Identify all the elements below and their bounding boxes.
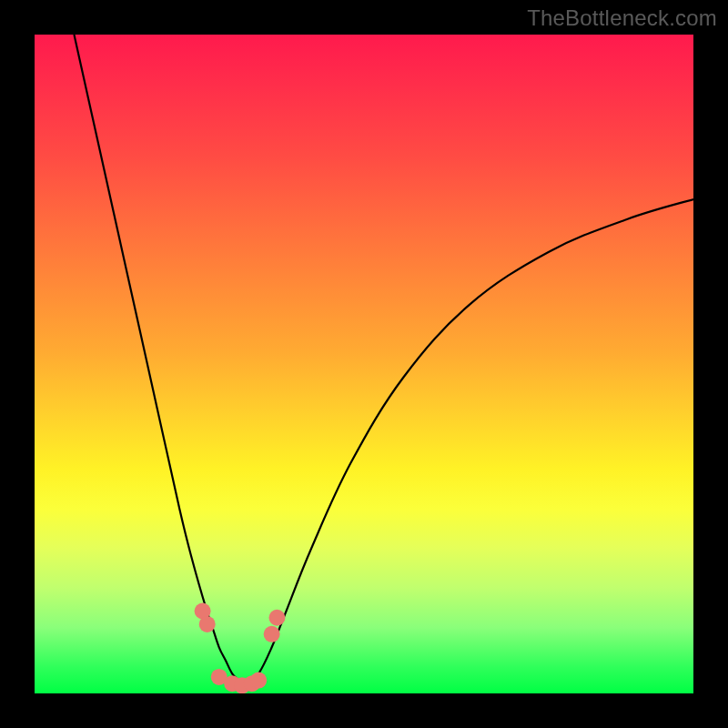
plot-area <box>35 35 693 693</box>
data-marker <box>250 672 267 689</box>
chart-frame: TheBottleneck.com <box>0 0 728 728</box>
curve-right <box>246 199 693 687</box>
data-marker <box>268 610 285 626</box>
watermark-text: TheBottleneck.com <box>527 5 717 31</box>
curve-group <box>74 35 693 687</box>
curve-left <box>74 35 245 687</box>
chart-svg <box>35 35 693 693</box>
data-marker <box>199 616 216 632</box>
data-marker <box>264 626 280 642</box>
